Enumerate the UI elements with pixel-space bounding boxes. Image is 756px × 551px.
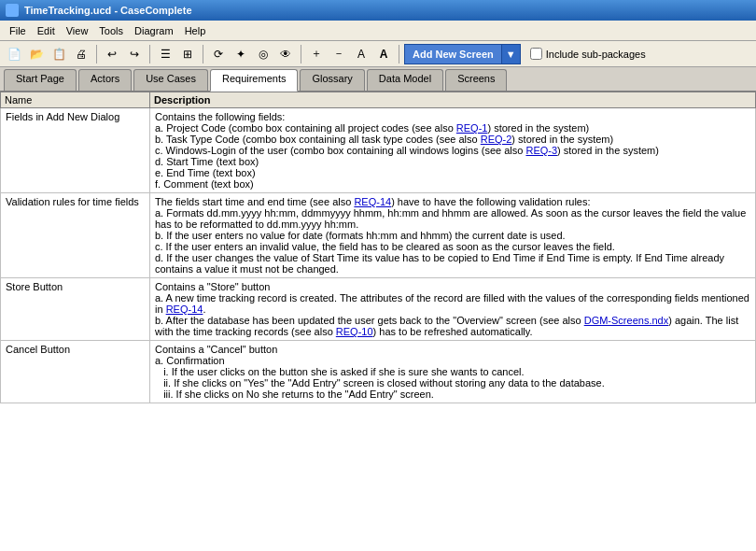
tab-use-cases[interactable]: Use Cases — [133, 69, 208, 91]
content-area: Name Description Fields in Add New Dialo… — [0, 92, 756, 551]
link-req2[interactable]: REQ-2 — [481, 134, 512, 145]
menu-tools[interactable]: Tools — [93, 23, 129, 38]
tool-btn-4[interactable]: 👁 — [275, 44, 296, 64]
requirements-table: Name Description Fields in Add New Dialo… — [0, 92, 756, 403]
row-name-4: Cancel Button — [1, 341, 150, 403]
new-screen-label: Add New Screen — [405, 45, 501, 64]
tab-requirements[interactable]: Requirements — [210, 69, 298, 92]
include-sub-checkbox[interactable] — [530, 48, 542, 60]
new-screen-dropdown[interactable]: Add New Screen ▼ — [404, 44, 521, 64]
tool-btn-5[interactable]: ＋ — [306, 44, 327, 64]
tool-btn-3[interactable]: ◎ — [253, 44, 273, 64]
toolbar: 📄 📂 📋 🖨 ↩ ↪ ☰ ⊞ ⟳ ✦ ◎ 👁 ＋ － A A Add New … — [0, 41, 756, 67]
col-header-name: Name — [1, 92, 150, 108]
menu-edit[interactable]: Edit — [32, 23, 61, 38]
link-req1[interactable]: REQ-1 — [456, 122, 488, 134]
row-desc-3: Contains a "Store" button a. A new time … — [150, 278, 756, 341]
tab-bar: Start Page Actors Use Cases Requirements… — [0, 67, 756, 92]
link-req14-1[interactable]: REQ-14 — [354, 196, 391, 207]
app-icon — [6, 4, 19, 17]
title-bar-text: TimeTracking.ucd - CaseComplete — [24, 5, 192, 16]
tab-start-page[interactable]: Start Page — [4, 69, 77, 91]
menu-file[interactable]: File — [4, 23, 32, 38]
row-desc-4: Contains a "Cancel" button a. Confirmati… — [150, 341, 756, 403]
table-row: Validation rules for time fields The fie… — [1, 193, 756, 278]
title-bar: TimeTracking.ucd - CaseComplete — [0, 0, 756, 21]
row-desc-1: Contains the following fields: a. Projec… — [150, 108, 756, 193]
menu-bar: File Edit View Tools Diagram Help — [0, 21, 756, 41]
tab-actors[interactable]: Actors — [78, 69, 132, 91]
tab-data-model[interactable]: Data Model — [367, 69, 443, 91]
row-name-2: Validation rules for time fields — [1, 193, 150, 278]
include-sub-packages: Include sub-packages — [530, 48, 646, 60]
new-button[interactable]: 📄 — [4, 44, 24, 64]
link-dgm-screens[interactable]: DGM-Screens.ndx — [584, 315, 668, 326]
print-button[interactable]: 🖨 — [71, 44, 91, 64]
tool-btn-7[interactable]: A — [351, 44, 371, 64]
undo-button[interactable]: ↩ — [102, 44, 122, 64]
link-req10[interactable]: REQ-10 — [336, 326, 373, 337]
link-req14-2[interactable]: REQ-14 — [166, 304, 203, 315]
menu-view[interactable]: View — [61, 23, 94, 38]
link-req3[interactable]: REQ-3 — [525, 145, 557, 156]
row-desc-2: The fields start time and end time (see … — [150, 193, 756, 278]
open-button[interactable]: 📂 — [26, 44, 47, 64]
tool-btn-6[interactable]: － — [329, 44, 349, 64]
table-row: Fields in Add New Dialog Contains the fo… — [1, 108, 756, 193]
view-detail-button[interactable]: ⊞ — [177, 44, 198, 64]
include-sub-label: Include sub-packages — [546, 49, 646, 60]
tab-glossary[interactable]: Glossary — [300, 69, 364, 91]
menu-diagram[interactable]: Diagram — [129, 23, 179, 38]
requirements-table-container[interactable]: Name Description Fields in Add New Dialo… — [0, 92, 756, 551]
toolbar-sep-4 — [301, 45, 301, 64]
toolbar-sep-1 — [96, 45, 97, 64]
menu-help[interactable]: Help — [179, 23, 212, 38]
tool-btn-8[interactable]: A — [373, 44, 394, 64]
row-name-1: Fields in Add New Dialog — [1, 108, 150, 193]
tool-btn-2[interactable]: ✦ — [231, 44, 251, 64]
row-name-3: Store Button — [1, 278, 150, 341]
redo-button[interactable]: ↪ — [124, 44, 145, 64]
table-row: Cancel Button Contains a "Cancel" button… — [1, 341, 756, 403]
table-row: Store Button Contains a "Store" button a… — [1, 278, 756, 341]
new-screen-arrow-icon[interactable]: ▼ — [501, 45, 520, 64]
copy-button[interactable]: 📋 — [49, 44, 69, 64]
col-header-description: Description — [150, 92, 756, 108]
tab-screens[interactable]: Screens — [445, 69, 507, 91]
toolbar-sep-5 — [399, 45, 399, 64]
toolbar-sep-2 — [149, 45, 150, 64]
tool-btn-1[interactable]: ⟳ — [208, 44, 229, 64]
view-list-button[interactable]: ☰ — [155, 44, 175, 64]
toolbar-sep-3 — [203, 45, 203, 64]
